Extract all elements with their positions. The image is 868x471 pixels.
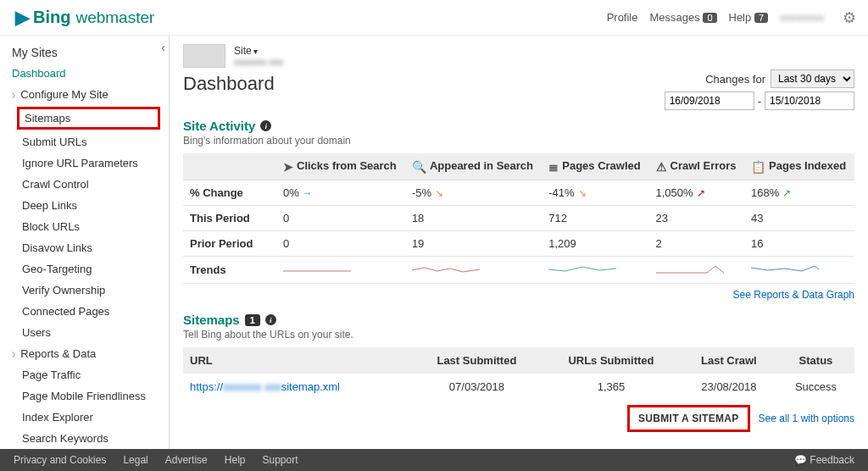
arrow-up-icon: ↗ xyxy=(697,187,705,199)
date-separator: - xyxy=(758,95,761,108)
arrow-up-icon: ↗ xyxy=(782,187,791,199)
sparkline-icon xyxy=(656,263,724,274)
footer-privacy[interactable]: Privacy and Cookies xyxy=(14,454,106,466)
sparkline-icon xyxy=(412,263,480,274)
footer-advertise[interactable]: Advertise xyxy=(165,454,208,466)
bing-logo[interactable]: ▶ Bing xyxy=(15,7,70,29)
gear-icon[interactable]: ⚙ xyxy=(843,8,856,27)
help-count: 7 xyxy=(754,13,768,23)
sidebar-configure[interactable]: Configure My Site xyxy=(0,84,169,105)
row-this-period: This Period 0187122343 xyxy=(183,206,854,231)
sidebar-item-geo[interactable]: Geo-Targeting xyxy=(0,258,169,280)
sparkline-icon xyxy=(548,263,616,274)
sidebar-item-mobile[interactable]: Page Mobile Friendliness xyxy=(0,385,169,407)
arrow-right-icon: → xyxy=(303,187,313,199)
sidebar-dashboard[interactable]: Dashboard xyxy=(0,63,169,84)
footer: Privacy and Cookies Legal Advertise Help… xyxy=(0,449,868,471)
changes-row: Changes for Last 30 days xyxy=(183,69,854,88)
changes-range-select[interactable]: Last 30 days xyxy=(771,69,854,88)
sitemaps-count-badge: 1 xyxy=(245,314,260,326)
topbar-right: Profile Messages 0 Help 7 xxxxxxxx ⚙ xyxy=(607,8,856,27)
crawl-icon: ≣ xyxy=(548,160,559,174)
site-header: Site xxxxxxx xxx xyxy=(183,44,854,68)
search-icon: 🔍 xyxy=(412,160,426,174)
logo-text: Bing xyxy=(33,8,70,27)
layout: ‹ My Sites Dashboard Configure My Site S… xyxy=(0,36,868,471)
indexed-icon: 📋 xyxy=(751,160,765,174)
col-errors: ⚠Crawl Errors xyxy=(649,153,745,180)
sidebar: ‹ My Sites Dashboard Configure My Site S… xyxy=(0,36,170,471)
sidebar-item-connected[interactable]: Connected Pages xyxy=(0,301,169,322)
footer-support[interactable]: Support xyxy=(262,454,298,466)
sidebar-reports[interactable]: Reports & Data xyxy=(0,343,169,364)
info-icon[interactable]: i xyxy=(265,314,276,325)
footer-left: Privacy and Cookies Legal Advertise Help… xyxy=(14,454,298,466)
info-icon[interactable]: i xyxy=(260,120,271,131)
col-crawled: ≣Pages Crawled xyxy=(542,153,648,180)
date-row: - xyxy=(183,91,854,110)
sparkline-icon xyxy=(751,263,819,274)
footer-feedback[interactable]: 💬 Feedback xyxy=(794,454,854,466)
submit-row: SUBMIT A SITEMAP See all 1 with options xyxy=(183,405,854,432)
submit-sitemap-button[interactable]: SUBMIT A SITEMAP xyxy=(627,405,750,432)
user-name[interactable]: xxxxxxxx xyxy=(780,11,831,24)
messages-link[interactable]: Messages 0 xyxy=(650,11,717,24)
help-link[interactable]: Help 7 xyxy=(729,11,769,24)
sidebar-item-index-explorer[interactable]: Index Explorer xyxy=(0,407,169,428)
messages-count: 0 xyxy=(703,13,716,23)
sidebar-item-page-traffic[interactable]: Page Traffic xyxy=(0,364,169,385)
arrow-down-icon: ↘ xyxy=(578,187,587,199)
sitemap-table: URL Last Submitted URLs Submitted Last C… xyxy=(183,347,854,400)
footer-help[interactable]: Help xyxy=(225,454,246,466)
sidebar-item-submit-urls[interactable]: Submit URLs xyxy=(0,131,169,152)
sidebar-item-ignore-url[interactable]: Ignore URL Parameters xyxy=(0,152,169,174)
webmaster-text: webmaster xyxy=(75,8,154,27)
sidebar-item-sitemaps[interactable]: Sitemaps xyxy=(17,107,160,130)
row-change: % Change 0%→ -5%↘ -41%↘ 1,050%↗ 168%↗ xyxy=(183,180,854,206)
changes-label: Changes for xyxy=(705,73,765,86)
sidebar-item-disavow[interactable]: Disavow Links xyxy=(0,237,169,258)
date-to-input[interactable] xyxy=(765,91,854,110)
sidebar-item-search-keywords[interactable]: Search Keywords xyxy=(0,428,169,449)
arrow-down-icon: ↘ xyxy=(435,187,443,199)
sidebar-item-block-urls[interactable]: Block URLs xyxy=(0,216,169,237)
col-appeared: 🔍Appeared in Search xyxy=(405,153,542,180)
date-from-input[interactable] xyxy=(665,91,754,110)
sidebar-item-verify[interactable]: Verify Ownership xyxy=(0,280,169,301)
topbar: ▶ Bing webmaster Profile Messages 0 Help… xyxy=(0,0,868,36)
profile-link[interactable]: Profile xyxy=(607,11,638,24)
footer-legal[interactable]: Legal xyxy=(123,454,147,466)
sidebar-item-crawl-control[interactable]: Crawl Control xyxy=(0,174,169,195)
site-thumbnail[interactable] xyxy=(183,44,225,68)
activity-table: ➤Clicks from Search 🔍Appeared in Search … xyxy=(183,153,854,284)
sitemap-url-link[interactable]: https://xxxxxxx xxxsitemap.xml xyxy=(190,380,340,393)
error-icon: ⚠ xyxy=(656,160,667,174)
sparkline-icon xyxy=(283,263,351,274)
sitemaps-title: Sitemaps 1 i xyxy=(183,313,854,327)
main: Site xxxxxxx xxx Dashboard Changes for L… xyxy=(170,36,868,471)
see-reports-link[interactable]: See Reports & Data Graph xyxy=(733,289,854,301)
topbar-left: ▶ Bing webmaster xyxy=(15,7,154,29)
site-select[interactable]: Site xxxxxxx xxx xyxy=(234,45,283,67)
site-activity-title: Site Activity i xyxy=(183,119,854,133)
sidebar-my-sites[interactable]: My Sites xyxy=(0,42,169,63)
bing-b-icon: ▶ xyxy=(15,7,30,29)
col-indexed: 📋Pages Indexed xyxy=(744,153,854,180)
site-url: xxxxxxx xxx xyxy=(234,57,283,67)
sidebar-collapse-icon[interactable]: ‹ xyxy=(161,41,165,54)
col-clicks: ➤Clicks from Search xyxy=(276,153,405,180)
sitemap-row[interactable]: https://xxxxxxx xxxsitemap.xml 07/03/201… xyxy=(183,374,854,400)
site-dropdown-label: Site xyxy=(234,45,283,57)
site-activity-sub: Bing's information about your domain xyxy=(183,135,854,147)
row-trends: Trends xyxy=(183,257,854,284)
sidebar-item-deep-links[interactable]: Deep Links xyxy=(0,195,169,216)
row-prior-period: Prior Period 0191,209216 xyxy=(183,231,854,257)
cursor-icon: ➤ xyxy=(283,160,293,174)
sidebar-item-users[interactable]: Users xyxy=(0,322,169,343)
see-all-link[interactable]: See all 1 with options xyxy=(759,413,854,424)
reports-link-row: See Reports & Data Graph xyxy=(183,289,854,301)
sitemaps-sub: Tell Bing about the URLs on your site. xyxy=(183,329,854,341)
